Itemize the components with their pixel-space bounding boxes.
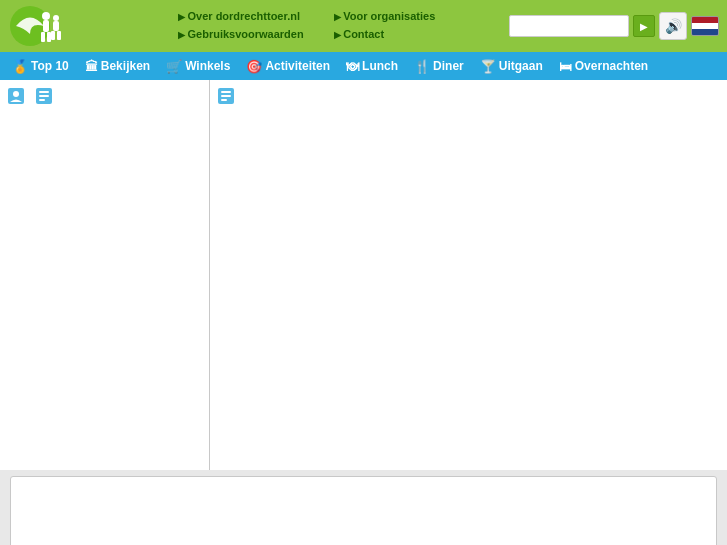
diner-icon: 🍴 bbox=[414, 59, 430, 74]
svg-rect-13 bbox=[39, 95, 49, 97]
logo-svg bbox=[8, 4, 63, 49]
svg-rect-12 bbox=[39, 91, 49, 93]
svg-rect-18 bbox=[221, 99, 227, 101]
header-search-area: ▶ 🔊 bbox=[509, 12, 719, 40]
svg-rect-4 bbox=[47, 32, 51, 42]
nav-diner[interactable]: 🍴 Diner bbox=[406, 52, 472, 80]
logo-area bbox=[8, 4, 168, 49]
lunch-icon: 🍽 bbox=[346, 59, 359, 74]
svg-rect-6 bbox=[53, 21, 59, 31]
svg-rect-16 bbox=[221, 91, 231, 93]
nav-uitgaan[interactable]: 🍸 Uitgaan bbox=[472, 52, 551, 80]
nav-lunch[interactable]: 🍽 Lunch bbox=[338, 52, 406, 80]
nav-bekijken[interactable]: 🏛 Bekijken bbox=[77, 52, 158, 80]
svg-rect-2 bbox=[43, 20, 49, 32]
left-icon-1[interactable] bbox=[6, 86, 26, 106]
middle-icon-1[interactable] bbox=[216, 92, 236, 109]
terms-link[interactable]: Gebruiksvoorwaarden bbox=[178, 26, 304, 44]
header-links: Over dordrechttoer.nl Gebruiksvoorwaarde… bbox=[168, 8, 509, 43]
left-panel bbox=[0, 80, 210, 470]
middle-panel bbox=[210, 80, 727, 470]
bekijken-icon: 🏛 bbox=[85, 59, 98, 74]
svg-point-10 bbox=[13, 91, 19, 97]
nav-winkels[interactable]: 🛒 Winkels bbox=[158, 52, 238, 80]
bottom-panel bbox=[10, 476, 717, 545]
svg-rect-3 bbox=[41, 32, 45, 42]
search-button[interactable]: ▶ bbox=[633, 15, 655, 37]
organizations-link[interactable]: Voor organisaties bbox=[334, 8, 436, 26]
language-flag[interactable] bbox=[691, 16, 719, 36]
svg-rect-8 bbox=[57, 31, 61, 40]
left-icon-2[interactable] bbox=[34, 86, 54, 106]
svg-point-1 bbox=[42, 12, 50, 20]
top10-icon: 🏅 bbox=[12, 59, 28, 74]
svg-rect-14 bbox=[39, 99, 45, 101]
svg-point-5 bbox=[53, 15, 59, 21]
nav-overnachten[interactable]: 🛏 Overnachten bbox=[551, 52, 656, 80]
audio-button[interactable]: 🔊 bbox=[659, 12, 687, 40]
activiteiten-icon: 🎯 bbox=[246, 59, 262, 74]
svg-rect-7 bbox=[51, 31, 55, 40]
main-content bbox=[0, 80, 727, 470]
main-navbar: 🏅 Top 10 🏛 Bekijken 🛒 Winkels 🎯 Activite… bbox=[0, 52, 727, 80]
uitgaan-icon: 🍸 bbox=[480, 59, 496, 74]
winkels-icon: 🛒 bbox=[166, 59, 182, 74]
nav-top10[interactable]: 🏅 Top 10 bbox=[4, 52, 77, 80]
svg-rect-17 bbox=[221, 95, 231, 97]
site-header: Over dordrechttoer.nl Gebruiksvoorwaarde… bbox=[0, 0, 727, 52]
contact-link[interactable]: Contact bbox=[334, 26, 436, 44]
nav-activiteiten[interactable]: 🎯 Activiteiten bbox=[238, 52, 338, 80]
left-panel-icons bbox=[6, 86, 203, 106]
search-input[interactable] bbox=[509, 15, 629, 37]
about-link[interactable]: Over dordrechttoer.nl bbox=[178, 8, 304, 26]
overnachten-icon: 🛏 bbox=[559, 59, 572, 74]
